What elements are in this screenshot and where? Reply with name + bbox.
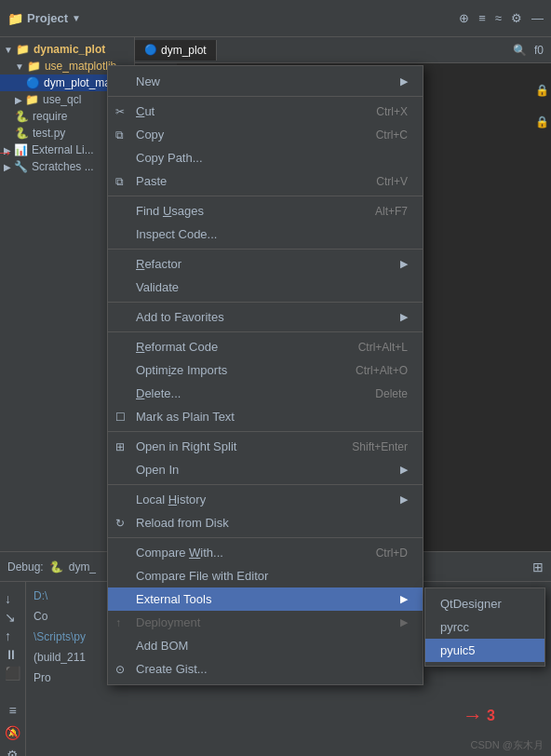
reformat-shortcut: Ctrl+Alt+L (358, 341, 408, 354)
menu-item-add-favorites[interactable]: Add to Favorites ▶ (108, 305, 423, 329)
separator (108, 431, 423, 432)
lock-icon-2: 🔒 (535, 115, 549, 128)
menu-item-delete[interactable]: Delete... Delete (108, 382, 423, 405)
external-tools-submenu: QtDesigner pyrcc pyuic5 (424, 587, 545, 667)
menu-item-find-usages[interactable]: Find Usages Alt+F7 (108, 199, 423, 223)
split-icon[interactable]: ≈ (495, 11, 502, 25)
menu-item-copy-label: Copy (136, 128, 348, 142)
menu-item-reformat[interactable]: Reformat Code Ctrl+Alt+L (108, 335, 423, 358)
code-tab-bar: 🔵 dym_plot 🔍 f0 (135, 37, 551, 63)
menu-item-deployment: ↑ Deployment ▶ (108, 611, 423, 634)
globe-icon[interactable]: ⊕ (459, 11, 469, 25)
badge-3: 3 (487, 708, 495, 724)
expand-arrow: ▼ (15, 61, 24, 72)
menu-item-compare-file-editor[interactable]: Compare File with Editor (108, 564, 423, 587)
debug-file-icon: 🐍 (49, 560, 63, 574)
submenu-arrow: ▶ (400, 258, 408, 270)
menu-item-validate[interactable]: Validate (108, 276, 423, 299)
submenu-arrow: ▶ (400, 75, 408, 88)
menu-item-create-gist-label: Create Gist... (136, 662, 408, 676)
menu-item-optimize-imports[interactable]: Optimize Imports Ctrl+Alt+O (108, 358, 423, 382)
mute-icon[interactable]: 🔕 (5, 725, 20, 740)
menu-item-optimize-imports-label: Optimize Imports (136, 363, 328, 377)
context-menu: New ▶ ✂ Cut Ctrl+X ⧉ Copy Ctrl+C Copy Pa… (107, 65, 423, 685)
menu-item-cut-label: Cut (136, 104, 348, 118)
project-label[interactable]: Project (27, 11, 68, 25)
gist-icon: ⊙ (115, 663, 125, 676)
folder-icon: 📁 (7, 11, 23, 26)
menu-item-inspect-code[interactable]: Inspect Code... (108, 223, 423, 246)
qtdesigner-label: QtDesigner (440, 597, 502, 611)
menu-item-cut[interactable]: ✂ Cut Ctrl+X (108, 100, 423, 123)
menu-item-new[interactable]: New ▶ (108, 70, 423, 93)
menu-item-local-history-label: Local History (136, 493, 391, 506)
menu-item-open-right-split-label: Open in Right Split (136, 439, 324, 453)
tree-label: External Li... (32, 143, 94, 156)
red-arrow-3: → (463, 704, 483, 728)
debug-tab-label[interactable]: dym_ (69, 560, 96, 574)
search-value: f0 (534, 44, 544, 57)
debug-label: Debug: (7, 560, 44, 574)
submenu-arrow: ▶ (400, 593, 408, 605)
debug-icon-console[interactable]: ⊞ (532, 560, 544, 574)
menu-item-mark-plain[interactable]: ☐ Mark as Plain Text (108, 405, 423, 428)
menu-item-external-tools[interactable]: External Tools ▶ QtDesigner pyrcc pyuic5 (108, 587, 423, 611)
project-dropdown-arrow[interactable]: ▼ (72, 13, 81, 23)
scripts-path: \Scripts\py (34, 630, 86, 643)
submenu-item-pyrcc[interactable]: pyrcc (425, 615, 544, 639)
minimize-icon[interactable]: — (531, 11, 544, 25)
copy-shortcut: Ctrl+C (376, 128, 408, 142)
tree-label: dynamic_plot (34, 43, 105, 56)
menu-item-compare-with[interactable]: Compare With... Ctrl+D (108, 541, 423, 564)
menu-item-open-right-split[interactable]: ⊞ Open in Right Split Shift+Enter (108, 435, 423, 458)
plain-text-icon: ☐ (115, 411, 126, 424)
pyrcc-label: pyrcc (440, 620, 469, 634)
watch-icon[interactable]: ≡ (8, 703, 16, 718)
settings-icon[interactable]: ⚙ (7, 748, 19, 756)
expand-arrow: ▶ (4, 162, 11, 172)
open-right-split-shortcut: Shift+Enter (352, 440, 408, 453)
menu-item-refactor-label: Refactor (136, 257, 391, 271)
menu-item-validate-label: Validate (136, 280, 408, 294)
menu-item-reformat-label: Reformat Code (136, 340, 330, 354)
menu-item-reload-label: Reload from Disk (136, 516, 408, 530)
watermark-text: CSDN @东木月 (471, 739, 544, 750)
tree-label: test.py (33, 127, 65, 140)
tree-item-dynamic-plot[interactable]: ▼ 📁 dynamic_plot (0, 41, 134, 58)
menu-item-add-bom[interactable]: Add BOM (108, 634, 423, 657)
menu-item-copy-path[interactable]: Copy Path... (108, 146, 423, 169)
path-text: D:\ (34, 589, 47, 602)
menu-item-open-in[interactable]: Open In ▶ (108, 458, 423, 481)
menu-item-paste[interactable]: ⧉ Paste Ctrl+V (108, 169, 423, 193)
folder-icon: 📁 (25, 93, 39, 106)
tree-label: use_matplotlib (45, 60, 116, 73)
separator (108, 484, 423, 485)
step-over-icon[interactable]: ↓ (5, 591, 20, 606)
menu-item-reload[interactable]: ↻ Reload from Disk (108, 511, 423, 534)
code-lock-icons: 🔒 🔒 (535, 84, 549, 128)
step-out-icon[interactable]: ↑ (5, 628, 20, 643)
separator (108, 196, 423, 196)
submenu-item-qtdesigner[interactable]: QtDesigner (425, 592, 544, 615)
pyuic5-label: pyuic5 (440, 643, 476, 657)
cut-icon: ✂ (115, 105, 125, 118)
submenu-item-pyuic5[interactable]: pyuic5 (425, 639, 544, 662)
separator (108, 302, 423, 303)
stop-icon[interactable]: ⬛ (5, 666, 20, 681)
paste-shortcut: Ctrl+V (376, 175, 408, 188)
code-tab-active[interactable]: 🔵 dym_plot (135, 40, 217, 61)
gear-icon[interactable]: ⚙ (511, 11, 522, 25)
search-icon[interactable]: 🔍 (513, 44, 527, 57)
step-into-icon[interactable]: ↘ (5, 610, 20, 625)
scratch-icon: 🔧 (14, 160, 28, 173)
menu-item-local-history[interactable]: Local History ▶ (108, 488, 423, 511)
menu-item-create-gist[interactable]: ⊙ Create Gist... (108, 657, 423, 681)
menu-item-refactor[interactable]: Refactor ▶ (108, 252, 423, 276)
pause-icon[interactable]: ⏸ (5, 647, 20, 662)
pro-text: Pro (34, 671, 51, 684)
align-icon[interactable]: ≡ (478, 11, 486, 25)
menu-item-add-bom-label: Add BOM (136, 639, 408, 653)
top-toolbar: 📁 Project ▼ ⊕ ≡ ≈ ⚙ — (0, 0, 551, 37)
menu-item-inspect-code-label: Inspect Code... (136, 227, 408, 241)
menu-item-copy[interactable]: ⧉ Copy Ctrl+C (108, 123, 423, 146)
